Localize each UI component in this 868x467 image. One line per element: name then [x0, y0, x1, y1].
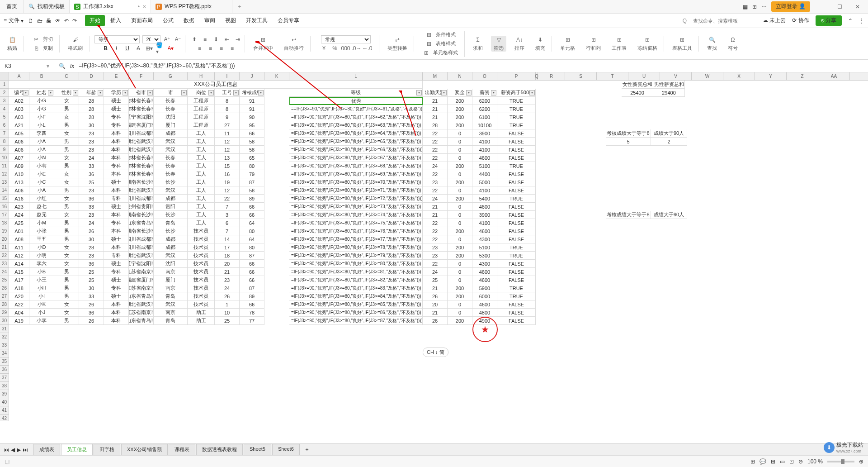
cell[interactable]: 性别▾: [54, 89, 79, 97]
col-header[interactable]: F: [129, 72, 154, 80]
cell[interactable]: 女: [54, 309, 79, 317]
cell[interactable]: 福建省厦门市: [129, 276, 154, 284]
cell[interactable]: 0: [448, 219, 472, 227]
cell[interactable]: =IF(J3>=90,"优秀",IF(J3>=80,"良好",IF(J3>=83…: [289, 284, 423, 292]
cell[interactable]: 小M: [29, 219, 54, 227]
cell[interactable]: 200: [448, 121, 472, 129]
cell[interactable]: 工人: [188, 162, 215, 170]
cell[interactable]: 4100: [472, 219, 497, 227]
cell[interactable]: 6: [215, 219, 240, 227]
cell[interactable]: 4400: [472, 170, 497, 178]
cell[interactable]: 64: [240, 235, 264, 243]
cell[interactable]: 山东省青岛市: [129, 292, 154, 300]
cell[interactable]: =IF(J3>=90,"优秀",IF(J3>=80,"良好",IF(J3>=62…: [289, 113, 423, 121]
cell[interactable]: 男: [54, 146, 79, 154]
cell[interactable]: 本科: [104, 309, 129, 317]
cell[interactable]: 男: [54, 121, 79, 129]
cell[interactable]: A13: [9, 178, 29, 186]
cell[interactable]: 长春: [154, 105, 188, 113]
share-button[interactable]: ⎋ 分享: [816, 15, 842, 26]
col-header[interactable]: L: [289, 72, 423, 80]
cell[interactable]: 吉林省长春市: [129, 97, 154, 105]
cell[interactable]: 4300: [472, 235, 497, 243]
col-header[interactable]: J: [240, 72, 264, 80]
cell[interactable]: FALSE: [497, 178, 536, 186]
cell[interactable]: 0: [448, 154, 472, 162]
minimize-button[interactable]: —: [815, 4, 828, 10]
cell[interactable]: 硕士: [104, 276, 129, 284]
cell[interactable]: 等级▾: [289, 89, 423, 97]
comma-icon[interactable]: 000: [342, 44, 350, 52]
tab-template[interactable]: 🔍 找稻壳模板: [24, 0, 70, 13]
cell[interactable]: 23: [79, 186, 104, 195]
cell[interactable]: FALSE: [497, 317, 536, 325]
cell[interactable]: =IF(J3>=90,"优秀",IF(J3>=80,"良好",IF(J3>=75…: [289, 219, 423, 227]
new-icon[interactable]: 🗋: [28, 18, 33, 24]
cell[interactable]: 工人: [188, 211, 215, 219]
cell[interactable]: 专科: [104, 219, 129, 227]
cell[interactable]: 23: [215, 276, 240, 284]
row-header[interactable]: 15: [0, 195, 9, 203]
copy-icon[interactable]: ⎘: [32, 44, 40, 52]
fill-icon[interactable]: ⬇: [536, 36, 544, 44]
cell[interactable]: 男: [54, 138, 79, 146]
cell[interactable]: A19: [9, 317, 29, 325]
cell[interactable]: FALSE: [497, 129, 536, 138]
cell[interactable]: 小J: [29, 309, 54, 317]
menu-tab-数据[interactable]: 数据: [179, 15, 199, 26]
cell[interactable]: 湖北省武汉市: [129, 186, 154, 195]
filter-dropdown-icon[interactable]: ▾: [123, 90, 128, 95]
cell[interactable]: =IF(J3>=90,"优秀",IF(J3>=80,"良好",IF(J3>=87…: [289, 317, 423, 325]
cell[interactable]: 助工: [188, 317, 215, 325]
cell[interactable]: 200: [448, 97, 472, 105]
col-header[interactable]: S: [565, 72, 597, 80]
row-header[interactable]: 21: [0, 243, 9, 252]
tab-workbook[interactable]: S 工作簿3.xlsx • ✕: [70, 0, 151, 13]
redo-icon[interactable]: ↷: [72, 18, 77, 24]
sheet-nav-last-icon[interactable]: ⏭: [23, 447, 28, 453]
cell[interactable]: 0: [448, 309, 472, 317]
cell[interactable]: A08: [9, 235, 29, 243]
cell[interactable]: 22: [423, 154, 448, 162]
cell[interactable]: 李四: [29, 129, 54, 138]
cell[interactable]: 小C: [29, 178, 54, 186]
cell[interactable]: 技术员: [188, 276, 215, 284]
cell[interactable]: 91: [240, 105, 264, 113]
col-header[interactable]: Z: [787, 72, 818, 80]
cell[interactable]: 技术员: [188, 260, 215, 268]
cell[interactable]: 本科: [104, 154, 129, 162]
cell[interactable]: 薪资高于5000▾: [497, 89, 536, 97]
increase-decimal-icon[interactable]: .0→: [353, 44, 361, 52]
cell[interactable]: TRUE: [497, 121, 536, 129]
cell[interactable]: 36: [79, 309, 104, 317]
cell[interactable]: FALSE: [497, 268, 536, 276]
cell[interactable]: 12: [215, 138, 240, 146]
cell[interactable]: 工程师: [188, 105, 215, 113]
close-icon[interactable]: ✕: [142, 4, 146, 9]
cell[interactable]: 0: [448, 235, 472, 243]
cell[interactable]: 小I: [29, 292, 54, 300]
cell[interactable]: A17: [9, 276, 29, 284]
cell[interactable]: =IF(J3>=90,"优秀",IF(J3>=80,"良好",IF(J3>=79…: [289, 252, 423, 260]
cell[interactable]: 小红: [29, 195, 54, 203]
zoom-in-icon[interactable]: ⊕: [859, 458, 863, 465]
cell[interactable]: 200: [448, 178, 472, 186]
cell[interactable]: 江苏省南京市: [129, 268, 154, 276]
cell[interactable]: TRUE: [497, 105, 536, 113]
cell[interactable]: A06: [9, 146, 29, 154]
fill-color-icon[interactable]: 🪣▾: [156, 44, 164, 52]
decrease-decimal-icon[interactable]: ←.0: [363, 44, 372, 52]
cell[interactable]: 工人: [188, 146, 215, 154]
sheet-tab[interactable]: 田字格: [94, 444, 120, 456]
cell[interactable]: 36: [79, 195, 104, 203]
cell[interactable]: A04: [9, 309, 29, 317]
cell[interactable]: FALSE: [497, 300, 536, 309]
filter-dropdown-icon[interactable]: ▾: [181, 90, 187, 95]
cell[interactable]: =IF(J3>=90,"优秀",IF(J3>=80,"良好",IF(J3>=72…: [289, 195, 423, 203]
cell[interactable]: ==IF(J3>=90,"优秀",IF(J3>=80,"良好",IF(J3>=6…: [289, 105, 423, 113]
cell[interactable]: 女: [54, 300, 79, 309]
add-tab-button[interactable]: ＋: [232, 3, 247, 10]
filter-dropdown-icon[interactable]: ▾: [73, 90, 78, 95]
menu-tab-视图[interactable]: 视图: [221, 15, 241, 26]
cell[interactable]: 200: [448, 227, 472, 235]
